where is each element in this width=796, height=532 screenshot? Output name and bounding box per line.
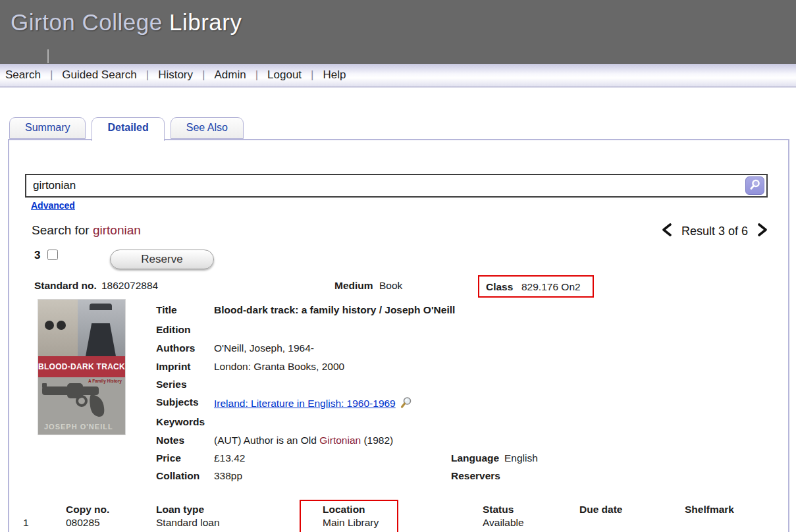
location-annotation-box <box>300 500 398 532</box>
copy-row-number: 1 <box>23 517 29 529</box>
field-edition-label: Edition <box>156 324 211 336</box>
copies-header-copy-no: Copy no. <box>66 504 109 516</box>
field-subjects-value: Ireland: Literature in English: 1960-196… <box>214 396 412 412</box>
copy-no-value: 080285 <box>66 517 100 529</box>
nav-item-help[interactable]: Help <box>313 68 355 82</box>
class-label: Class <box>486 281 513 293</box>
page-title-library: Library <box>163 9 242 35</box>
nav-item-search[interactable]: Search <box>0 68 50 82</box>
advanced-search-link[interactable]: Advanced <box>31 200 75 211</box>
tab-see-also[interactable]: See Also <box>171 117 244 139</box>
page-title: Girton College Library <box>11 9 242 36</box>
status-value: Available <box>483 517 524 529</box>
nav-item-logout[interactable]: Logout <box>258 68 311 82</box>
search-box <box>25 174 768 198</box>
medium-value: Book <box>379 280 402 292</box>
cover-title-band: BLOOD-DARK TRACK <box>38 356 125 377</box>
tab-detailed[interactable]: Detailed <box>92 117 164 141</box>
field-authors-label: Authors <box>156 342 211 354</box>
result-row-number: 3 <box>34 249 40 262</box>
book-cover-image: BLOOD-DARK TRACK A Family History JOSEPH… <box>38 300 125 435</box>
notes-highlighted-term: Girtonian <box>319 435 361 446</box>
subject-link[interactable]: Ireland: Literature in English: 1960-196… <box>214 398 396 409</box>
standard-no-value: 1862072884 <box>101 280 158 292</box>
prev-result-icon[interactable] <box>661 223 672 240</box>
class-annotation-box: Class 829.176 On2 <box>478 275 594 298</box>
result-pager: Result 3 of 6 <box>661 223 768 240</box>
suit-shape <box>86 323 116 356</box>
pager-text: Result 3 of 6 <box>681 225 748 238</box>
field-notes-value: (AUT) Author is an Old Girtonian (1982) <box>214 435 393 446</box>
reservers-label: Reservers <box>451 470 500 482</box>
field-price-value: £13.42 <box>214 452 245 464</box>
field-series-label: Series <box>156 379 211 390</box>
language-label: Language <box>451 452 499 464</box>
detailed-panel: Advanced Search for girtonian Result 3 o… <box>8 139 789 532</box>
copies-header-status: Status <box>483 504 514 516</box>
record-tabs: Summary Detailed See Also <box>9 117 250 141</box>
field-authors-value: O'Neill, Joseph, 1964- <box>214 342 314 354</box>
search-input[interactable] <box>26 175 766 196</box>
nav-item-admin[interactable]: Admin <box>205 68 255 82</box>
subject-search-icon[interactable] <box>400 396 412 412</box>
field-notes-label: Notes <box>156 435 211 446</box>
search-button[interactable] <box>745 176 764 195</box>
page-title-college: Girton College <box>11 9 163 35</box>
field-collation-label: Collation <box>156 470 211 482</box>
field-imprint-value: London: Granta Books, 2000 <box>214 361 344 373</box>
select-record-checkbox[interactable] <box>47 250 58 260</box>
notes-pre: (AUT) Author is an Old <box>214 435 319 446</box>
class-value: 829.176 On2 <box>521 281 581 293</box>
cover-photo-left <box>38 300 78 356</box>
copies-header-due-date: Due date <box>579 504 622 516</box>
hat-shape <box>90 304 112 310</box>
field-imprint-label: Imprint <box>156 361 211 373</box>
language-value: English <box>504 452 538 464</box>
header-divider-tick <box>47 49 49 63</box>
field-subjects-label: Subjects <box>156 396 211 408</box>
tab-summary[interactable]: Summary <box>9 117 86 139</box>
field-keywords-label: Keywords <box>156 416 211 428</box>
glasses-shape <box>45 321 71 330</box>
revolver-silhouette <box>38 377 125 418</box>
copies-header-shelfmark: Shelfmark <box>685 504 734 516</box>
magnifier-icon <box>749 178 762 194</box>
field-price-label: Price <box>156 452 211 464</box>
medium-label: Medium <box>334 280 373 292</box>
reserve-button[interactable]: Reserve <box>110 250 214 269</box>
nav-item-guided-search[interactable]: Guided Search <box>53 68 146 82</box>
field-collation-value: 338pp <box>214 470 242 482</box>
main-nav: Search | Guided Search | History | Admin… <box>0 64 796 88</box>
notes-post: (1982) <box>361 435 393 446</box>
field-title-label: Title <box>156 304 211 316</box>
cover-title: BLOOD-DARK TRACK <box>38 362 125 371</box>
search-term: girtonian <box>93 223 141 237</box>
cover-photo-right <box>78 300 125 356</box>
cover-photos <box>38 300 125 356</box>
nav-item-history[interactable]: History <box>149 68 202 82</box>
field-title-value: Blood-dark track: a family history / Jos… <box>214 304 455 316</box>
app-header: Girton College Library <box>0 0 796 64</box>
loan-type-value: Standard loan <box>156 517 220 529</box>
next-result-icon[interactable] <box>757 223 768 240</box>
cover-author: JOSEPH O'NEILL <box>44 423 113 431</box>
search-for-text: Search for girtonian <box>32 223 141 238</box>
standard-no-label: Standard no. <box>34 280 97 292</box>
search-for-label: Search for <box>32 223 93 237</box>
copies-header-loan-type: Loan type <box>156 504 204 516</box>
